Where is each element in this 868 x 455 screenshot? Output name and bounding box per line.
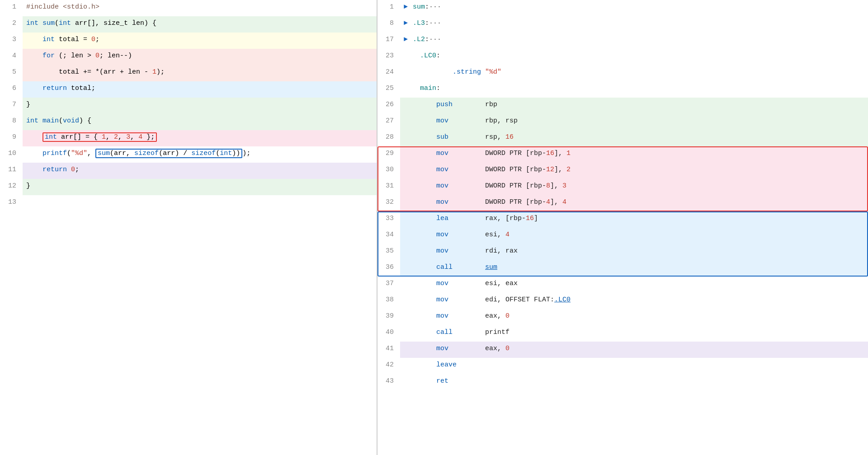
asm-line-8: 8 ► .L3:···: [377, 16, 868, 33]
asm-num-29: 29: [377, 146, 400, 163]
line-num-8: 8: [0, 114, 23, 130]
line-content-11: return 0;: [23, 163, 377, 179]
sum-call-box: sum(arr, sizeof(arr) / sizeof(int)): [95, 149, 242, 158]
fold-arrow-l2[interactable]: ►: [404, 36, 408, 43]
asm-num-39: 39: [377, 309, 400, 325]
asm-fold-dots-l3: ···: [429, 19, 441, 27]
code-token: sizeof: [134, 150, 159, 157]
line-content-3: int total = 0;: [23, 33, 377, 49]
asm-op-37: mov: [436, 280, 448, 287]
blue-outline-group: 33 lea rax, [rbp-16] 34 mov esi, 4 35 mo…: [377, 211, 868, 277]
fold-arrow-l3[interactable]: ►: [404, 19, 408, 27]
line-content-4: for (; len > 0; len--): [23, 49, 377, 65]
asm-line-27: 27 mov rbp, rsp: [377, 114, 868, 130]
code-line-7: 7 }: [0, 98, 377, 114]
code-line-4: 4 for (; len > 0; len--): [0, 49, 377, 65]
asm-line-40: 40 call printf: [377, 325, 868, 342]
asm-op-34: mov: [436, 231, 448, 239]
asm-content-39: mov eax, 0: [400, 309, 868, 325]
asm-content-37: mov esi, eax: [400, 277, 868, 293]
asm-label-l3: .L3: [413, 19, 425, 27]
code-token: int: [26, 19, 38, 27]
asm-content-30: mov DWORD PTR [rbp-12], 2: [400, 163, 868, 179]
code-token: printf: [42, 150, 67, 157]
asm-num-30: 30: [377, 163, 400, 179]
asm-arg-36-sum-link[interactable]: sum: [485, 263, 497, 271]
line-content-6: return total;: [23, 81, 377, 98]
asm-line-28: 28 sub rsp, 16: [377, 130, 868, 146]
code-token: 2: [114, 133, 118, 141]
asm-line-36: 36 call sum: [377, 260, 868, 277]
code-line-8: 8 int main(void) {: [0, 114, 377, 130]
asm-line-17: 17 ► .L2:···: [377, 33, 868, 49]
asm-line-25: 25 main:: [377, 81, 868, 98]
asm-num-36: 36: [377, 260, 400, 277]
line-num-3: 3: [0, 33, 23, 49]
asm-fold-dots: ···: [429, 3, 441, 11]
asm-op-41: mov: [436, 345, 448, 352]
code-token: main: [42, 117, 59, 125]
asm-directive: .string: [453, 68, 481, 76]
asm-num-28: 28: [377, 130, 400, 146]
asm-line-31: 31 mov DWORD PTR [rbp-8], 3: [377, 179, 868, 195]
line-content-10: printf("%d", sum(arr, sizeof(arr) / size…: [23, 146, 377, 163]
asm-content-31: mov DWORD PTR [rbp-8], 3: [400, 179, 868, 195]
asm-num-37: 37: [377, 277, 400, 293]
code-token: void: [63, 117, 79, 125]
line-content-9: int arr[] = { 1, 2, 3, 4 };: [23, 130, 377, 146]
fold-arrow-sum[interactable]: ►: [404, 3, 408, 11]
asm-arg-30: DWORD PTR [rbp-12], 2: [485, 166, 571, 174]
asm-num-23: 23: [377, 49, 400, 65]
asm-op-39: mov: [436, 312, 448, 320]
code-token: 1: [102, 133, 106, 141]
asm-arg-32: DWORD PTR [rbp-4], 4: [485, 198, 566, 206]
asm-num-27: 27: [377, 114, 400, 130]
code-token: "%d": [71, 150, 87, 157]
asm-content-23: .LC0:: [400, 49, 868, 65]
asm-line-1: 1 ► sum:···: [377, 0, 868, 16]
code-line-11: 11 return 0;: [0, 163, 377, 179]
asm-num-32: 32: [377, 195, 400, 211]
code-token: int: [220, 150, 232, 157]
asm-num-24: 24: [377, 65, 400, 81]
line-num-6: 6: [0, 81, 23, 98]
code-token: 3: [126, 133, 130, 141]
asm-num-43: 43: [377, 374, 400, 390]
code-line-13: 13: [0, 195, 377, 211]
asm-lc0-link[interactable]: .LC0: [554, 296, 571, 304]
code-token: sum: [42, 19, 55, 27]
asm-num-1: 1: [377, 0, 400, 16]
asm-content-26: push rbp: [400, 98, 868, 114]
asm-arg-35: rdi, rax: [485, 247, 518, 255]
arr-init-box: int arr[] = { 1, 2, 3, 4 };: [42, 132, 157, 142]
line-num-12: 12: [0, 179, 23, 195]
code-token: for: [42, 52, 55, 60]
asm-line-37: 37 mov esi, eax: [377, 277, 868, 293]
asm-content-1[interactable]: ► sum:···: [400, 0, 868, 16]
asm-op-43: ret: [436, 377, 448, 385]
asm-arg-40: printf: [485, 328, 509, 336]
asm-content-42: leave: [400, 358, 868, 374]
code-line-5: 5 total += *(arr + len - 1);: [0, 65, 377, 81]
asm-content-8[interactable]: ► .L3:···: [400, 16, 868, 33]
asm-op-26: push: [436, 101, 453, 108]
asm-label-lc0: .LC0: [420, 52, 436, 60]
asm-content-24: .string "%d": [400, 65, 868, 81]
asm-line-43: 43 ret: [377, 374, 868, 390]
asm-content-28: sub rsp, 16: [400, 130, 868, 146]
code-token: #include <stdio.h>: [26, 3, 99, 11]
code-token: return: [42, 84, 67, 92]
code-token: int: [42, 36, 55, 43]
code-token: int: [45, 133, 57, 141]
asm-arg-28: rsp, 16: [485, 133, 514, 141]
line-content-7: }: [23, 98, 377, 114]
asm-line-33: 33 lea rax, [rbp-16]: [377, 211, 868, 228]
asm-arg-34: esi, 4: [485, 231, 509, 239]
code-token: int: [59, 19, 71, 27]
asm-arg-29: DWORD PTR [rbp-16], 1: [485, 150, 571, 157]
code-line-3: 3 int total = 0;: [0, 33, 377, 49]
line-num-7: 7: [0, 98, 23, 114]
asm-content-17[interactable]: ► .L2:···: [400, 33, 868, 49]
asm-content-32: mov DWORD PTR [rbp-4], 4: [400, 195, 868, 211]
code-token: 1: [152, 68, 156, 76]
